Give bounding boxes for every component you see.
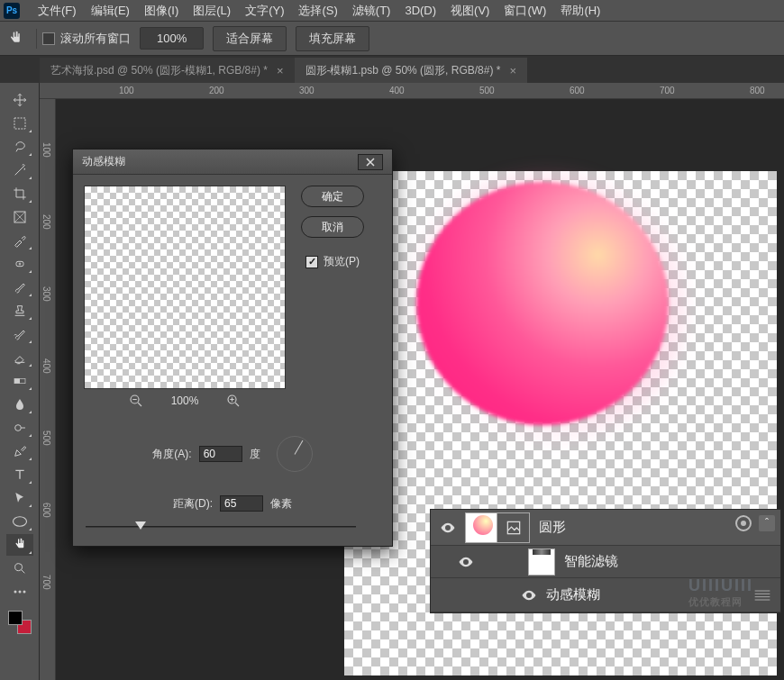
menu-file[interactable]: 文件(F) <box>31 3 84 19</box>
menu-select[interactable]: 选择(S) <box>291 3 344 19</box>
ruler-tick: 500 <box>41 431 51 446</box>
eyedropper-tool[interactable] <box>6 230 33 251</box>
tab-circle-blur[interactable]: 圆形-模糊1.psb @ 50% (圆形, RGB/8#) * × <box>295 58 528 83</box>
zoom-tool[interactable] <box>6 558 33 579</box>
layer-style-icon[interactable] <box>735 515 752 531</box>
layer-name: 圆形 <box>539 519 566 536</box>
menu-bar: Ps 文件(F) 编辑(E) 图像(I) 图层(L) 文字(Y) 选择(S) 滤… <box>0 0 784 22</box>
angle-label: 角度(A): <box>152 447 191 462</box>
cancel-button[interactable]: 取消 <box>301 216 364 238</box>
layer-row-shape[interactable]: 圆形 <box>431 510 780 546</box>
tab-art-poster[interactable]: 艺术海报.psd @ 50% (圆形-模糊1, RGB/8#) * × <box>40 58 295 83</box>
watermark: UIIIUIII 优优教程网 <box>688 576 753 609</box>
dialog-body: 100% 确定 取消 ✓ 预览(P) <box>73 175 392 420</box>
ruler-tick: 800 <box>750 86 765 95</box>
frame-tool[interactable] <box>6 206 33 228</box>
preview-checkbox[interactable]: ✓ <box>305 256 318 268</box>
svg-rect-14 <box>507 521 519 533</box>
heal-tool[interactable] <box>6 253 33 275</box>
circle-shape <box>416 182 669 425</box>
pen-tool[interactable] <box>6 440 33 462</box>
svg-point-5 <box>14 425 21 431</box>
ruler-tick: 200 <box>209 86 224 95</box>
move-tool[interactable] <box>6 89 33 111</box>
menu-type[interactable]: 文字(Y) <box>238 3 291 19</box>
menu-image[interactable]: 图像(I) <box>137 3 186 19</box>
gradient-tool[interactable] <box>6 370 33 392</box>
distance-slider[interactable] <box>86 522 356 533</box>
dialog-titlebar[interactable]: 动感模糊 <box>73 150 392 175</box>
close-icon[interactable]: × <box>277 64 284 77</box>
menu-edit[interactable]: 编辑(E) <box>84 3 137 19</box>
document-tabs: 艺术海报.psd @ 50% (圆形-模糊1, RGB/8#) * × 圆形-模… <box>0 56 784 83</box>
distance-section: 距离(D): 像素 <box>73 495 392 515</box>
layer-thumbnail[interactable] <box>465 512 497 543</box>
angle-input[interactable] <box>199 446 242 462</box>
app-logo: Ps <box>4 3 20 19</box>
fit-screen-button[interactable]: 适合屏幕 <box>213 26 287 51</box>
visibility-icon[interactable] <box>521 587 537 603</box>
svg-point-7 <box>14 564 22 571</box>
menu-window[interactable]: 窗口(W) <box>497 3 553 19</box>
dodge-tool[interactable] <box>6 417 33 439</box>
ruler-horizontal: 100 200 300 400 500 600 700 800 <box>40 83 784 99</box>
history-brush-tool[interactable] <box>6 323 33 345</box>
edit-toolbar[interactable] <box>6 581 33 603</box>
ok-button[interactable]: 确定 <box>301 186 364 207</box>
preview-column: 100% <box>84 186 286 409</box>
menu-3d[interactable]: 3D(D) <box>397 4 443 17</box>
angle-needle <box>294 440 303 455</box>
type-tool[interactable] <box>6 464 33 485</box>
filter-mask-thumbnail[interactable] <box>528 549 555 576</box>
svg-rect-0 <box>14 118 25 129</box>
stamp-tool[interactable] <box>6 300 33 322</box>
ellipse-tool[interactable] <box>6 511 33 532</box>
fill-screen-button[interactable]: 填充屏幕 <box>296 26 369 51</box>
preview-zoom-row: 100% <box>84 393 286 409</box>
hand-tool-icon <box>7 31 23 47</box>
close-icon[interactable]: × <box>509 64 516 77</box>
path-select-tool[interactable] <box>6 487 33 509</box>
brush-tool[interactable] <box>6 277 33 298</box>
eraser-tool[interactable] <box>6 347 33 368</box>
slider-track <box>86 526 356 528</box>
zoom-out-icon[interactable] <box>128 393 144 409</box>
menu-help[interactable]: 帮助(H) <box>553 3 607 19</box>
menu-view[interactable]: 视图(V) <box>443 3 497 19</box>
menu-layer[interactable]: 图层(L) <box>186 3 238 19</box>
scroll-all-label: 滚动所有窗口 <box>60 31 131 47</box>
preview-label: 预览(P) <box>324 254 360 269</box>
watermark-sub: 优优教程网 <box>688 595 753 609</box>
zoom-in-icon[interactable] <box>225 393 242 409</box>
angle-dial[interactable] <box>277 436 313 472</box>
zoom-level-button[interactable]: 100% <box>140 27 204 50</box>
scroll-all-checkbox[interactable] <box>42 32 55 45</box>
smart-filters-label: 智能滤镜 <box>564 553 618 570</box>
preview-checkbox-row: ✓ 预览(P) <box>305 254 360 269</box>
ruler-tick: 100 <box>41 142 51 158</box>
wand-tool[interactable] <box>6 159 33 181</box>
preview-area[interactable] <box>84 186 286 389</box>
crop-tool[interactable] <box>6 183 33 204</box>
collapse-icon[interactable]: ˆ <box>759 515 775 531</box>
slider-thumb[interactable] <box>135 521 146 530</box>
marquee-tool[interactable] <box>6 113 33 134</box>
filter-blending-icon[interactable] <box>753 588 771 603</box>
smart-filters-row[interactable]: 智能滤镜 <box>431 546 780 578</box>
options-bar: 滚动所有窗口 100% 适合屏幕 填充屏幕 <box>0 22 784 56</box>
hand-tool[interactable] <box>6 534 33 556</box>
svg-point-9 <box>18 591 21 594</box>
angle-unit: 度 <box>250 447 260 462</box>
dialog-close-button[interactable] <box>358 154 383 170</box>
dialog-title: 动感模糊 <box>82 154 125 169</box>
distance-label: 距离(D): <box>173 496 213 512</box>
foreground-color-swatch[interactable] <box>8 611 23 625</box>
visibility-icon[interactable] <box>440 520 456 536</box>
distance-input[interactable] <box>220 495 263 512</box>
ruler-tick: 700 <box>41 575 51 590</box>
blur-tool[interactable] <box>6 394 33 415</box>
color-swatches[interactable] <box>8 611 32 634</box>
lasso-tool[interactable] <box>6 136 33 158</box>
menu-filter[interactable]: 滤镜(T) <box>345 3 398 19</box>
visibility-icon[interactable] <box>458 554 474 570</box>
